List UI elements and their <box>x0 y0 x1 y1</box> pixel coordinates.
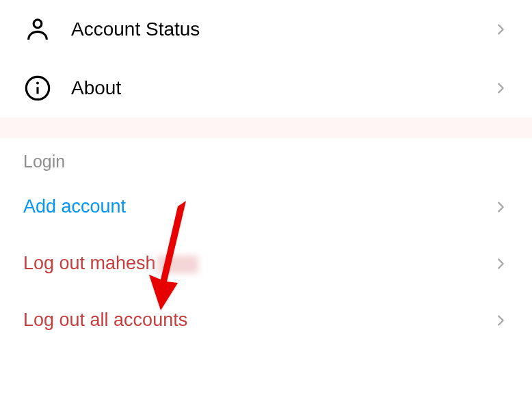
login-item-logout-user[interactable]: Log out mahesh <box>0 235 532 292</box>
chevron-right-icon <box>492 21 509 38</box>
login-item-add-account[interactable]: Add account <box>0 178 532 235</box>
settings-item-label: About <box>71 77 492 99</box>
settings-list: Account Status About Login Add account <box>0 0 532 348</box>
redacted-text <box>157 256 198 273</box>
person-icon <box>23 15 52 44</box>
info-icon <box>23 74 52 102</box>
settings-item-label: Account Status <box>71 18 492 40</box>
svg-point-0 <box>34 20 42 28</box>
login-item-label: Log out all accounts <box>23 310 492 331</box>
login-section-header: Login <box>0 138 532 178</box>
settings-item-about[interactable]: About <box>0 59 532 118</box>
svg-point-3 <box>36 82 39 85</box>
login-item-label: Log out mahesh <box>23 253 492 274</box>
chevron-right-icon <box>492 80 509 96</box>
login-item-label: Add account <box>23 196 492 217</box>
login-item-logout-all[interactable]: Log out all accounts <box>0 292 532 348</box>
chevron-right-icon <box>492 312 509 329</box>
section-divider <box>0 118 532 138</box>
chevron-right-icon <box>492 256 509 272</box>
settings-item-account-status[interactable]: Account Status <box>0 0 532 59</box>
chevron-right-icon <box>492 199 509 215</box>
